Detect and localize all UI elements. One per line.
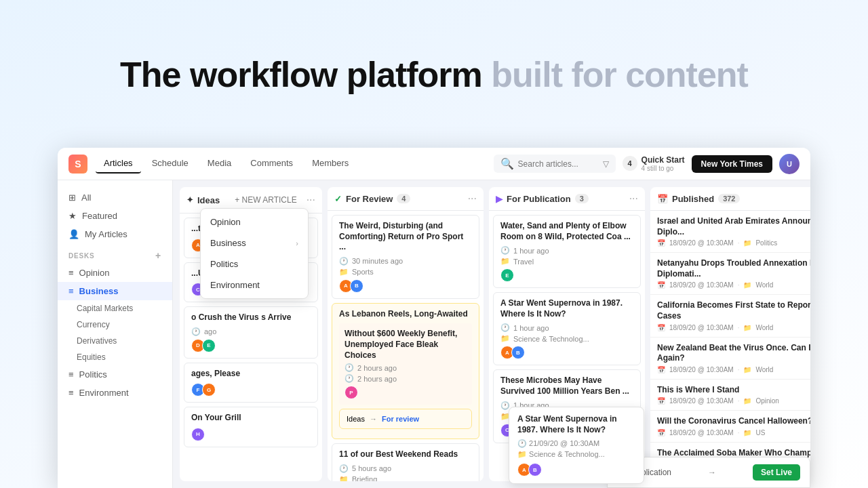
- card-title: o Crush the Virus s Arrive: [191, 312, 311, 323]
- col-title-for-publication: ▶ For Publication 3: [496, 194, 589, 204]
- dropdown-item-business[interactable]: Business ›: [201, 232, 308, 253]
- new-article-button[interactable]: + NEW ARTICLE: [229, 192, 302, 207]
- sidebar-label-my-articles: My Articles: [85, 229, 127, 239]
- sidebar-item-my-articles[interactable]: 👤 My Articles: [58, 225, 172, 243]
- card-tag: Briefing: [352, 475, 377, 481]
- sidebar-sub-currency[interactable]: Currency: [58, 317, 172, 333]
- pub-meta: 📅 18/09/20 @ 10:30AM · 📁 World: [657, 366, 810, 373]
- sidebar-item-business[interactable]: ≡ Business: [58, 282, 172, 300]
- avatar: G: [202, 383, 216, 396]
- pub-list-item-5[interactable]: This is Where I Stand 📅 18/09/20 @ 10:30…: [650, 380, 810, 411]
- grid-icon: ⊞: [68, 192, 76, 203]
- sidebar-label-environment: Environment: [79, 388, 129, 398]
- app-logo: S: [68, 155, 87, 174]
- tag-icon: 📁: [517, 450, 527, 458]
- dropdown-item-environment[interactable]: Environment: [201, 274, 308, 296]
- ideas-menu-icon[interactable]: ···: [307, 194, 315, 206]
- card-title: A Star Went Supernova in 1987. Where Is …: [500, 298, 633, 319]
- card-time: ago: [204, 327, 216, 336]
- tab-comments[interactable]: Comments: [242, 154, 301, 174]
- col-title-published: 📅 Published 372: [657, 194, 740, 204]
- tag-icon: 📁: [743, 239, 751, 247]
- card-time: 1 hour ago: [513, 324, 549, 332]
- sidebar-sub-capital-markets[interactable]: Capital Markets: [58, 300, 172, 317]
- pub-list-item-6[interactable]: Will the Coronavirus Cancel Halloween? 📅…: [650, 411, 810, 443]
- publication-menu-icon[interactable]: ···: [629, 192, 638, 205]
- for-review-menu-icon[interactable]: ···: [468, 192, 477, 205]
- calendar-icon: 📅: [657, 324, 665, 331]
- pub-list-item-4[interactable]: New Zealand Beat the Virus Once. Can It …: [650, 338, 810, 380]
- pub-list-item-1[interactable]: Israel and United Arab Emirates Announce…: [650, 211, 810, 253]
- card-title: Water, Sand and Plenty of Elbow Room on …: [500, 221, 633, 242]
- published-count: 372: [718, 194, 740, 203]
- sidebar-item-opinion[interactable]: ≡ Opinion: [58, 264, 172, 282]
- business-icon: ≡: [68, 286, 74, 296]
- sidebar-item-all[interactable]: ⊞ All: [58, 188, 172, 207]
- pub-list-item-2[interactable]: Netanyahu Drops Troubled Annexation Plan…: [650, 253, 810, 295]
- card-tag: Sports: [352, 268, 374, 276]
- ideas-card-4[interactable]: ages, Please F G: [184, 363, 318, 403]
- status-transition-bar[interactable]: Ideas → For review: [339, 409, 472, 429]
- dropdown-item-politics[interactable]: Politics: [201, 253, 308, 274]
- sidebar-label-opinion: Opinion: [79, 268, 110, 278]
- hero-text-black: The workflow platform: [120, 55, 482, 94]
- tab-articles[interactable]: Articles: [96, 154, 141, 174]
- pub-meta: 📅 18/09/20 @ 10:30AM · 📁 Opinion: [657, 397, 810, 405]
- pub-tag: World: [755, 281, 773, 289]
- pub-title: California Becomes First State to Report…: [657, 300, 810, 321]
- tab-members[interactable]: Members: [304, 154, 357, 174]
- avatar: B: [528, 463, 542, 476]
- top-nav: S Articles Schedule Media Comments Membe…: [58, 148, 810, 180]
- avatar: P: [344, 386, 358, 399]
- filter-icon[interactable]: ▽: [603, 159, 609, 169]
- col-title-for-review: ✓ For Review 4: [334, 194, 410, 204]
- desks-section: DESKS +: [58, 243, 172, 264]
- nyt-button[interactable]: New York Times: [692, 155, 772, 173]
- pub-card-1[interactable]: Water, Sand and Plenty of Elbow Room on …: [493, 215, 641, 288]
- dropdown-label: Business: [210, 238, 246, 248]
- avatar: E: [500, 268, 514, 282]
- search-bar[interactable]: 🔍 ▽: [494, 155, 616, 173]
- quick-start-badge[interactable]: 4 Quick Start 4 still to go: [623, 155, 685, 172]
- pub-meta: 📅 18/09/20 @ 10:30AM · 📁 World: [657, 281, 810, 289]
- sidebar-item-featured[interactable]: ★ Featured: [58, 207, 172, 225]
- sidebar-sub-equities[interactable]: Equities: [58, 349, 172, 365]
- check-circle-icon: ✓: [334, 194, 342, 204]
- pub-card-2[interactable]: A Star Went Supernova in 1987. Where Is …: [493, 292, 641, 365]
- search-icon: 🔍: [500, 157, 514, 170]
- review-card-2[interactable]: As Lebanon Reels, Long-Awaited Without $…: [332, 303, 479, 439]
- avatar: H: [191, 428, 205, 441]
- dropdown-item-opinion[interactable]: Opinion: [201, 211, 308, 232]
- search-input[interactable]: [518, 159, 599, 169]
- nav-right: 4 Quick Start 4 still to go New York Tim…: [623, 154, 800, 174]
- avatar: E: [202, 339, 216, 352]
- sidebar-sub-derivatives[interactable]: Derivatives: [58, 333, 172, 349]
- pub-date: 18/09/20 @ 10:30AM: [669, 324, 734, 331]
- time2-label: 2 hours ago: [357, 375, 397, 383]
- sidebar-label-politics: Politics: [79, 369, 107, 380]
- tooltip-date: 🕐 21/09/20 @ 10:30AM: [517, 439, 635, 448]
- ideas-card-5[interactable]: On Your Grill H: [184, 407, 318, 447]
- sidebar-item-environment[interactable]: ≡ Environment: [58, 384, 172, 402]
- sidebar-item-politics[interactable]: ≡ Politics: [58, 365, 172, 384]
- pub-tag: World: [755, 324, 773, 331]
- review-card-3[interactable]: 11 of our Best Weekend Reads 🕐 5 hours a…: [332, 443, 479, 481]
- card-title: As Lebanon Reels, Long-Awaited: [339, 309, 472, 320]
- star-icon: ★: [68, 211, 77, 221]
- person-icon: 👤: [68, 229, 79, 239]
- tab-schedule[interactable]: Schedule: [144, 154, 197, 174]
- set-live-button[interactable]: Set Live: [753, 464, 800, 481]
- calendar-icon: 📅: [657, 239, 665, 247]
- pub-title: Israel and United Arab Emirates Announce…: [657, 216, 810, 237]
- add-desk-button[interactable]: +: [155, 250, 161, 261]
- col-title-ideas: ✦ Ideas: [186, 195, 220, 205]
- ideas-card-3[interactable]: o Crush the Virus s Arrive 🕐 ago D E: [184, 306, 318, 359]
- tooltip-tag: 📁 Science & Technolog...: [517, 450, 635, 459]
- card-popup-title: Without $600 Weekly Benefit, Unemployed …: [344, 329, 467, 361]
- review-card-1[interactable]: The Weird, Disturbing (and Comforting) R…: [332, 215, 479, 299]
- pub-list-item-3[interactable]: California Becomes First State to Report…: [650, 295, 810, 337]
- user-avatar[interactable]: U: [779, 154, 800, 174]
- tab-media[interactable]: Media: [199, 154, 239, 174]
- column-published: 📅 Published 372 ··· Israel and United Ar…: [650, 187, 810, 481]
- clock-icon: 🕐: [500, 401, 510, 410]
